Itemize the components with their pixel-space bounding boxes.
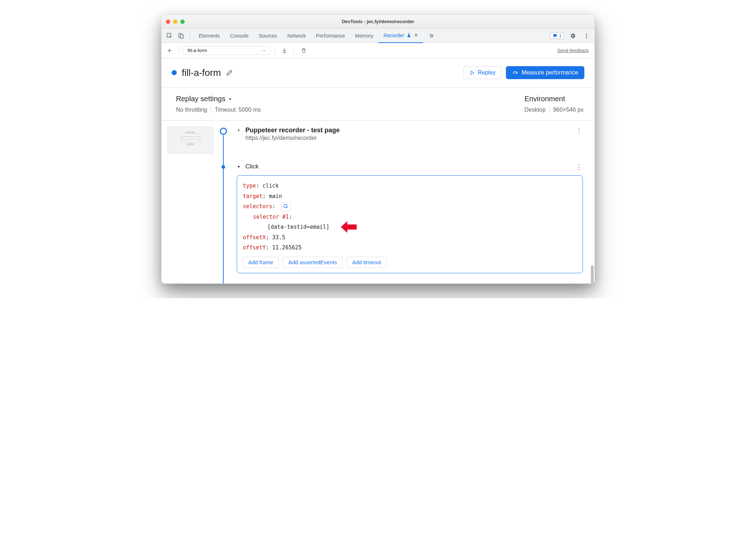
replay-settings-toggle[interactable]: Replay settings: [176, 95, 261, 103]
svg-rect-2: [181, 35, 184, 38]
step-title: Click: [245, 163, 259, 170]
prop-key: selectors: [243, 203, 272, 210]
issues-count: 1: [559, 33, 562, 38]
add-timeout-button[interactable]: Add timeout: [347, 257, 386, 268]
expand-step-icon[interactable]: [237, 128, 242, 132]
environment-label: Environment: [524, 95, 584, 103]
step-marker: [222, 165, 225, 169]
device-value: Desktop: [524, 107, 546, 113]
measure-performance-button[interactable]: Measure performance: [506, 66, 584, 79]
prop-value[interactable]: click: [262, 183, 279, 189]
replay-settings-row: Replay settings No throttling Timeout: 5…: [162, 87, 594, 121]
prop-key: type: [243, 183, 256, 189]
step-click: Click ⋮ type: click target: main selecto…: [219, 163, 586, 273]
step-url: https://jec.fyi/demo/recorder: [245, 135, 572, 141]
devtools-window: DevTools - jec.fyi/demo/recorder Element…: [161, 14, 595, 284]
more-tabs-button[interactable]: [423, 29, 439, 43]
inspect-element-icon[interactable]: [164, 31, 175, 41]
step-details-editor[interactable]: type: click target: main selectors: sele…: [237, 175, 583, 273]
panel-tabs: Elements Console Sources Network Perform…: [194, 29, 549, 43]
window-title: DevTools - jec.fyi/demo/recorder: [162, 19, 594, 24]
replay-button[interactable]: Replay: [463, 66, 502, 79]
svg-point-4: [586, 35, 587, 36]
device-toggle-icon[interactable]: [176, 31, 186, 41]
svg-point-3: [586, 33, 587, 34]
prop-key: offsetX: [243, 234, 266, 241]
replay-label: Replay: [478, 69, 496, 76]
collapse-step-icon[interactable]: [237, 165, 242, 169]
flask-icon: [407, 33, 411, 38]
selector-value[interactable]: [data-testid=email]: [267, 224, 330, 230]
divider: [211, 107, 211, 113]
step-title: Puppeteer recorder - test page: [245, 127, 572, 134]
new-recording-button[interactable]: [164, 46, 175, 56]
add-asserted-events-button[interactable]: Add assertedEvents: [283, 257, 342, 268]
settings-icon[interactable]: [568, 31, 578, 41]
tab-close-icon[interactable]: ✕: [414, 33, 418, 38]
send-feedback-link[interactable]: Send feedback: [557, 48, 589, 53]
measure-label: Measure performance: [521, 69, 578, 76]
delete-button[interactable]: [298, 46, 309, 56]
devtools-toolbar: Elements Console Sources Network Perform…: [162, 29, 594, 43]
issues-icon: [553, 33, 558, 38]
scrollbar[interactable]: [591, 265, 594, 284]
svg-point-5: [586, 37, 587, 38]
step-menu-button[interactable]: ⋮: [576, 163, 586, 171]
chevron-right-icon: [228, 97, 232, 101]
recorder-toolbar: fill-a-form Send feedback: [162, 43, 594, 58]
tab-memory[interactable]: Memory: [350, 29, 379, 43]
gauge-icon: [512, 69, 519, 76]
divider: [179, 47, 179, 54]
play-icon: [469, 70, 475, 76]
recording-selector[interactable]: fill-a-form: [184, 46, 270, 55]
export-button[interactable]: [279, 46, 289, 56]
prop-value[interactable]: 11.265625: [272, 244, 301, 251]
titlebar: DevTools - jec.fyi/demo/recorder: [162, 15, 594, 29]
divider: [294, 47, 294, 54]
tab-elements[interactable]: Elements: [194, 29, 225, 43]
edit-name-button[interactable]: [226, 69, 233, 76]
add-frame-button[interactable]: Add frame: [243, 257, 279, 268]
prop-key: offsetY: [243, 244, 266, 251]
replay-settings-label: Replay settings: [176, 95, 225, 103]
annotation-arrow: [341, 220, 357, 233]
timeout-value[interactable]: Timeout: 5000 ms: [215, 107, 261, 113]
divider: [549, 107, 550, 113]
more-menu-icon[interactable]: [581, 31, 592, 41]
tab-sources[interactable]: Sources: [254, 29, 282, 43]
recording-name: fill-a-form: [182, 67, 221, 78]
tab-recorder-label: Recorder: [383, 33, 404, 38]
tab-recorder[interactable]: Recorder ✕: [378, 29, 423, 43]
recording-header: fill-a-form Replay Measure performance: [162, 58, 594, 87]
throttling-value[interactable]: No throttling: [176, 107, 207, 113]
prop-key: selector #1: [253, 214, 289, 220]
tab-network[interactable]: Network: [282, 29, 311, 43]
step-menu-button[interactable]: ⋮: [576, 127, 586, 134]
selector-picker-button[interactable]: [281, 202, 291, 211]
viewport-value: 960×546 px: [553, 107, 584, 113]
issues-badge[interactable]: 1: [550, 32, 564, 39]
prop-value[interactable]: 33.5: [272, 234, 285, 241]
divider: [190, 32, 190, 39]
tab-console[interactable]: Console: [225, 29, 253, 43]
page-thumbnail[interactable]: hint.de feet: [167, 127, 214, 154]
divider: [275, 47, 275, 54]
step-navigate: Puppeteer recorder - test page https://j…: [219, 127, 586, 141]
prop-key: target: [243, 193, 262, 200]
step-marker: [220, 128, 227, 135]
steps-timeline: hint.de feet Puppeteer recorder - test p…: [162, 121, 594, 283]
tab-performance[interactable]: Performance: [311, 29, 350, 43]
prop-value[interactable]: main: [269, 193, 282, 200]
recording-status-dot: [172, 70, 177, 75]
chevron-down-icon: [262, 48, 266, 53]
recording-selected-label: fill-a-form: [188, 48, 207, 53]
